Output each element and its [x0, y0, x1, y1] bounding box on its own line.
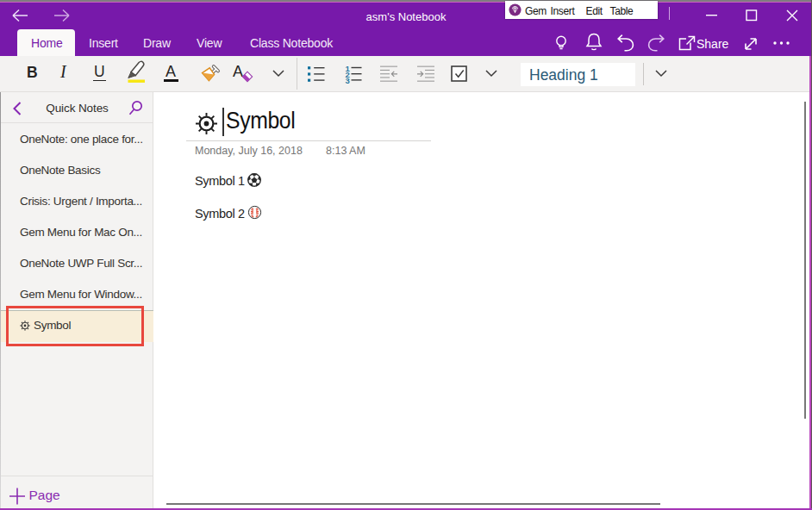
svg-text:3: 3 [346, 76, 350, 84]
